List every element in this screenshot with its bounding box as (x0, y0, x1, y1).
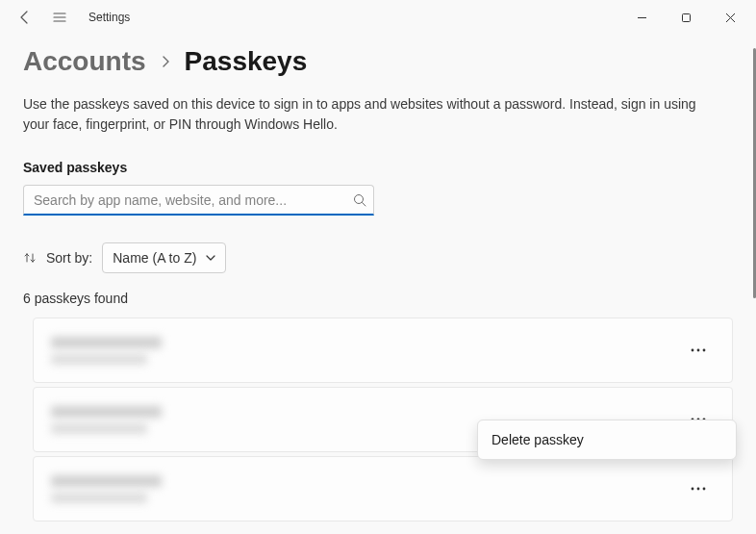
passkey-text (51, 406, 162, 434)
passkey-name-redacted (51, 475, 162, 487)
sort-icon (23, 251, 37, 265)
scrollbar[interactable] (752, 44, 756, 333)
menu-button[interactable] (44, 2, 75, 33)
page-description: Use the passkeys saved on this device to… (23, 94, 725, 135)
svg-point-2 (692, 349, 694, 352)
search-input[interactable] (23, 185, 374, 216)
passkey-text (51, 475, 162, 503)
back-button[interactable] (10, 2, 40, 33)
passkey-text (51, 337, 162, 365)
passkey-detail-redacted (51, 493, 147, 503)
passkey-name-redacted (51, 406, 162, 418)
svg-point-10 (703, 488, 706, 491)
maximize-button[interactable] (664, 2, 708, 33)
sort-dropdown[interactable]: Name (A to Z) (102, 242, 226, 273)
breadcrumb: Accounts Passkeys (23, 46, 733, 77)
minimize-button[interactable] (619, 2, 664, 33)
search-icon (353, 193, 366, 207)
breadcrumb-parent[interactable]: Accounts (23, 46, 146, 77)
passkey-name-redacted (51, 337, 162, 348)
passkey-item[interactable] (33, 318, 733, 383)
svg-point-3 (697, 349, 700, 352)
svg-rect-0 (682, 13, 690, 21)
sort-selected-value: Name (A to Z) (113, 250, 196, 266)
sort-label: Sort by: (46, 250, 92, 266)
breadcrumb-current: Passkeys (185, 46, 308, 77)
app-name-label: Settings (88, 11, 130, 24)
svg-point-4 (703, 349, 706, 352)
chevron-right-icon (160, 56, 171, 67)
section-title: Saved passkeys (23, 160, 733, 175)
svg-point-9 (697, 488, 700, 491)
more-options-button[interactable] (684, 474, 713, 503)
passkey-detail-redacted (51, 354, 147, 365)
delete-passkey-menuitem[interactable]: Delete passkey (482, 424, 732, 455)
chevron-down-icon (206, 253, 215, 263)
content-area: Accounts Passkeys Use the passkeys saved… (0, 35, 756, 521)
titlebar-left: Settings (4, 2, 130, 33)
sort-row: Sort by: Name (A to Z) (23, 242, 733, 273)
titlebar: Settings (0, 0, 756, 35)
search-wrap (23, 185, 374, 216)
more-options-button[interactable] (684, 336, 713, 365)
close-button[interactable] (708, 2, 752, 33)
context-menu: Delete passkey (477, 420, 737, 460)
results-count: 6 passkeys found (23, 291, 733, 306)
svg-point-8 (692, 488, 694, 491)
passkey-detail-redacted (51, 423, 147, 434)
window-controls (619, 2, 752, 33)
passkey-item[interactable] (33, 456, 733, 521)
